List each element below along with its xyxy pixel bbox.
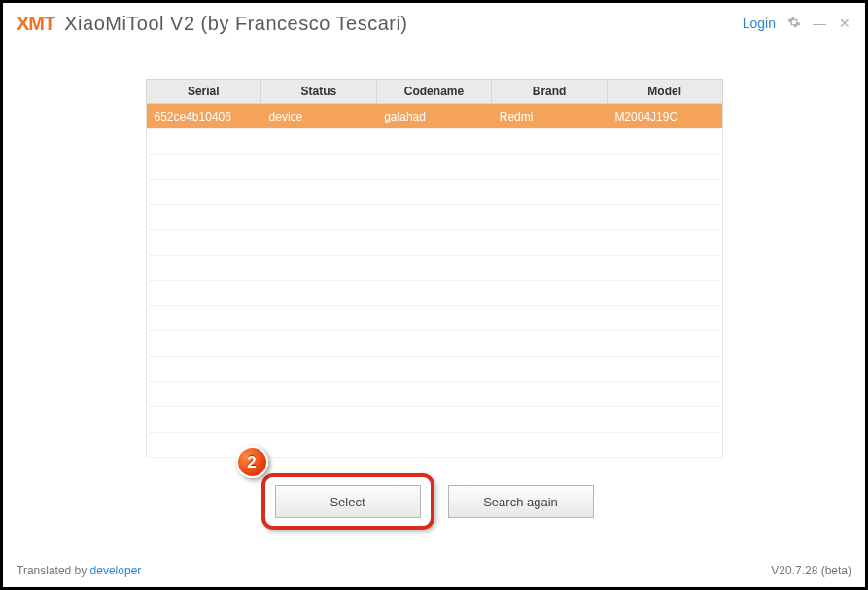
app-logo: XMT [17,13,54,35]
col-header-serial[interactable]: Serial [146,80,261,104]
table-row[interactable] [146,331,722,357]
table-row[interactable] [146,230,722,256]
search-again-button[interactable]: Search again [448,485,594,518]
login-link[interactable]: Login [743,16,776,31]
button-row: 2 Select Search again [275,485,594,518]
cell-serial: 652ce4b10406 [146,104,261,129]
titlebar: XMT XiaoMiTool V2 (by Francesco Tescari)… [3,3,865,46]
select-button[interactable]: Select [275,485,421,518]
cell-model: M2004J19C [607,104,722,129]
minimize-icon[interactable]: — [813,16,826,31]
developer-link[interactable]: developer [90,564,142,577]
table-row[interactable] [146,155,722,180]
device-table-body: 652ce4b10406 device galahad Redmi M2004J… [146,104,722,458]
cell-brand: Redmi [492,104,608,129]
col-header-codename[interactable]: Codename [376,80,492,104]
table-row[interactable] [146,256,722,281]
col-header-status[interactable]: Status [261,80,377,104]
gear-icon[interactable] [787,16,801,32]
cell-status: device [261,104,377,129]
app-title: XiaoMiTool V2 (by Francesco Tescari) [64,13,407,35]
table-row[interactable] [146,433,722,458]
table-row[interactable] [146,357,722,382]
translated-by-label: Translated by [17,564,90,577]
col-header-brand[interactable]: Brand [492,80,608,104]
footer: Translated by developer V20.7.28 (beta) [17,564,851,577]
version-label: V20.7.28 (beta) [771,564,851,577]
table-row[interactable] [146,306,722,331]
table-row[interactable]: 652ce4b10406 device galahad Redmi M2004J… [146,104,722,129]
table-row[interactable] [146,205,722,230]
table-row[interactable] [146,129,722,155]
table-row[interactable] [146,180,722,205]
device-table: Serial Status Codename Brand Model 652ce… [146,79,723,458]
table-row[interactable] [146,407,722,433]
col-header-model[interactable]: Model [607,80,722,104]
table-row[interactable] [146,281,722,306]
table-row[interactable] [146,382,722,407]
close-icon[interactable]: ✕ [838,16,851,31]
cell-codename: galahad [376,104,492,129]
